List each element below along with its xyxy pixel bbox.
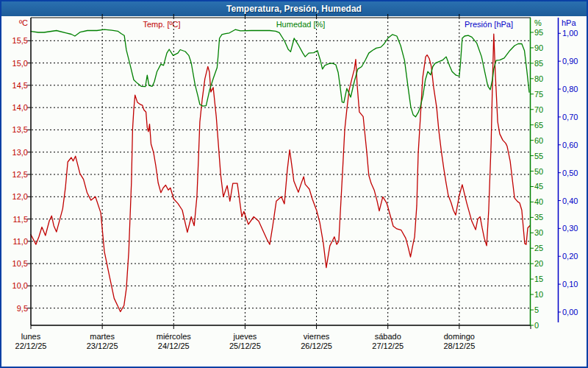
humidity-tick-label: 75 (534, 90, 543, 99)
day-date-label: 25/12/25 (229, 342, 261, 350)
day-name-label: martes (90, 332, 115, 341)
app-window: Temperatura, Presión, Humedad Temp. [ºC]… (0, 0, 588, 368)
day-name-label: viernes (304, 332, 330, 341)
series-layer (31, 29, 530, 311)
day-date-label: 28/12/25 (443, 342, 475, 350)
temp-axis-unit: ºC (19, 18, 28, 27)
temp-tick-label: 14,0 (12, 103, 28, 112)
pressure-axis-unit: hPa (562, 18, 576, 27)
x-axis-labels: lunes22/12/25martes23/12/25miércoles24/1… (15, 332, 476, 350)
humidity-tick-label: 40 (534, 197, 543, 206)
humidity-tick-label: 0 (534, 321, 539, 330)
humidity-axis-unit: % (534, 18, 542, 27)
series-humidity (31, 29, 529, 117)
pressure-tick-label: 0,30 (562, 224, 578, 233)
pressure-tick-label: 0,10 (562, 280, 578, 289)
day-name-label: miércoles (157, 332, 192, 341)
humidity-tick-label: 70 (534, 105, 543, 114)
pressure-tick-label: 0,80 (562, 85, 578, 93)
humidity-tick-label: 5 (534, 305, 539, 314)
day-name-label: domingo (444, 332, 475, 341)
pressure-tick-label: 0,90 (562, 57, 578, 66)
pressure-tick-label: 0,70 (562, 113, 578, 121)
day-date-label: 27/12/25 (372, 342, 404, 350)
humidity-tick-label: 35 (534, 213, 543, 222)
pressure-tick-label: 0,00 (562, 308, 578, 316)
day-date-label: 26/12/25 (301, 342, 332, 350)
temp-tick-label: 14,5 (12, 81, 28, 90)
day-name-label: lunes (21, 332, 41, 341)
humidity-tick-label: 55 (534, 152, 543, 160)
temp-tick-label: 13,5 (12, 125, 28, 134)
temp-tick-label: 12,0 (12, 192, 28, 201)
pressure-tick-label: 1,00 (562, 29, 578, 38)
grid-layer (32, 18, 531, 325)
series-temp (31, 34, 530, 311)
temp-tick-label: 13,0 (12, 148, 28, 157)
humidity-tick-label: 50 (534, 167, 543, 176)
temp-tick-label: 15,0 (12, 59, 28, 68)
chart-canvas: 9,510,010,511,011,512,012,513,013,514,01… (1, 1, 588, 353)
humidity-tick-label: 60 (534, 136, 543, 145)
pressure-tick-label: 0,60 (562, 141, 578, 149)
humidity-tick-label: 15 (534, 275, 543, 283)
humidity-tick-label: 65 (534, 121, 543, 130)
pressure-tick-label: 0,50 (562, 169, 578, 177)
humidity-tick-label: 25 (534, 244, 543, 252)
temp-tick-label: 10,0 (12, 281, 28, 290)
temp-tick-label: 9,5 (17, 304, 28, 313)
humidity-tick-label: 10 (534, 290, 543, 299)
temp-tick-label: 10,5 (12, 259, 28, 268)
day-name-label: jueves (233, 332, 257, 341)
pressure-tick-label: 0,20 (562, 252, 578, 261)
humidity-tick-label: 80 (534, 74, 543, 83)
humidity-tick-label: 30 (534, 228, 543, 237)
day-date-label: 23/12/25 (87, 342, 118, 350)
humidity-tick-label: 20 (534, 259, 543, 268)
humidity-tick-label: 95 (534, 28, 543, 37)
temp-tick-label: 11,5 (12, 215, 28, 224)
day-date-label: 24/12/25 (158, 342, 190, 350)
humidity-tick-label: 45 (534, 182, 543, 191)
temp-tick-label: 11,0 (12, 237, 28, 246)
day-name-label: sábado (375, 332, 401, 341)
temp-tick-label: 15,5 (12, 36, 28, 45)
humidity-tick-label: 85 (534, 59, 543, 68)
day-date-label: 22/12/25 (15, 342, 47, 350)
humidity-tick-label: 90 (534, 43, 543, 52)
pressure-tick-label: 0,40 (562, 197, 578, 205)
temp-tick-label: 12,5 (12, 170, 28, 179)
